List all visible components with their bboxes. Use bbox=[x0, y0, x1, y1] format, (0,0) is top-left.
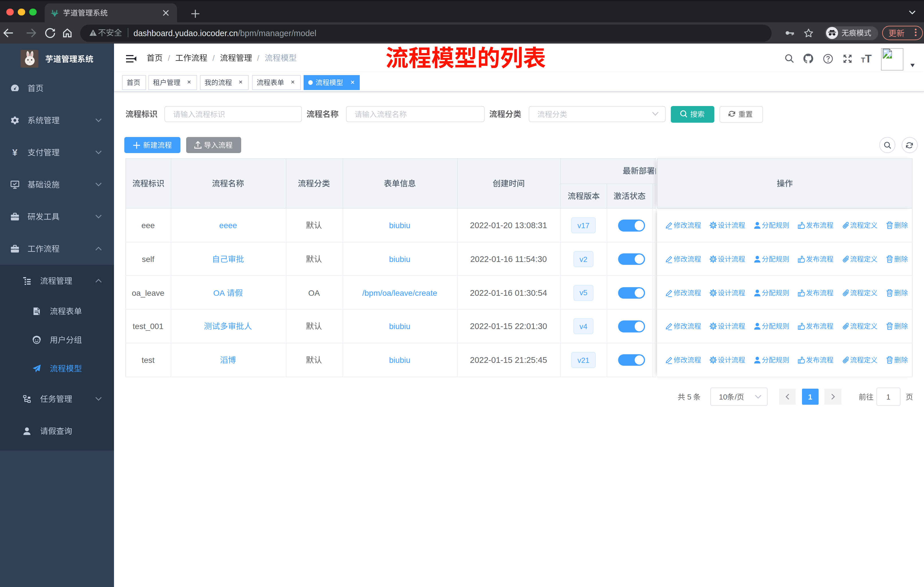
svg-text:¥: ¥ bbox=[12, 148, 18, 157]
svg-text:T: T bbox=[865, 54, 871, 63]
svg-text:T: T bbox=[861, 56, 865, 63]
